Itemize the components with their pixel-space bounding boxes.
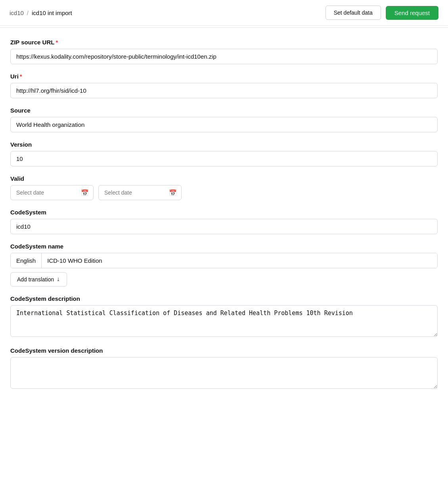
zip-source-url-input[interactable] (10, 49, 438, 64)
breadcrumb-separator: / (27, 10, 29, 16)
source-label: Source (10, 107, 438, 114)
date-from-input[interactable] (10, 185, 94, 200)
code-system-description-label: CodeSystem description (10, 295, 438, 302)
date-to-wrapper: 📅 (98, 185, 182, 200)
version-group: Version (10, 141, 438, 166)
set-default-button[interactable]: Set default data (325, 6, 381, 20)
code-system-description-group: CodeSystem description (10, 295, 438, 338)
code-system-group: CodeSystem (10, 209, 438, 234)
version-input[interactable] (10, 151, 438, 166)
code-system-input[interactable] (10, 219, 438, 234)
required-star-uri: * (20, 73, 22, 80)
chevron-down-icon: ⤓ (56, 277, 60, 282)
code-system-name-label: CodeSystem name (10, 243, 438, 250)
code-system-name-group: CodeSystem name English Add translation … (10, 243, 438, 287)
code-system-version-description-group: CodeSystem version description (10, 347, 438, 390)
language-badge: English (11, 253, 42, 268)
code-system-version-description-label: CodeSystem version description (10, 347, 438, 354)
zip-source-url-label: ZIP source URL* (10, 39, 438, 46)
breadcrumb: icd10 / icd10 int import (10, 10, 72, 16)
date-row: 📅 📅 (10, 185, 438, 200)
code-system-label: CodeSystem (10, 209, 438, 216)
valid-label: Valid (10, 175, 438, 182)
code-system-name-row: English (10, 253, 438, 268)
required-star: * (56, 39, 58, 46)
breadcrumb-current: icd10 int import (32, 10, 72, 16)
code-system-name-input[interactable] (42, 253, 437, 268)
uri-input[interactable] (10, 83, 438, 98)
header-actions: Set default data Send request (325, 6, 438, 20)
uri-label: Uri* (10, 73, 438, 80)
form-container: ZIP source URL* Uri* Source Version Vali… (0, 28, 448, 410)
page-header: icd10 / icd10 int import Set default dat… (0, 0, 448, 26)
uri-group: Uri* (10, 73, 438, 98)
valid-group: Valid 📅 📅 (10, 175, 438, 200)
add-translation-button[interactable]: Add translation ⤓ (10, 272, 67, 287)
code-system-version-description-textarea[interactable] (10, 357, 438, 389)
date-from-wrapper: 📅 (10, 185, 94, 200)
add-translation-label: Add translation (17, 276, 54, 283)
breadcrumb-parent[interactable]: icd10 (10, 10, 24, 16)
date-to-input[interactable] (98, 185, 182, 200)
version-label: Version (10, 141, 438, 148)
source-group: Source (10, 107, 438, 132)
source-input[interactable] (10, 117, 438, 132)
send-request-button[interactable]: Send request (386, 6, 438, 20)
zip-source-url-group: ZIP source URL* (10, 39, 438, 64)
code-system-description-textarea[interactable] (10, 305, 438, 337)
